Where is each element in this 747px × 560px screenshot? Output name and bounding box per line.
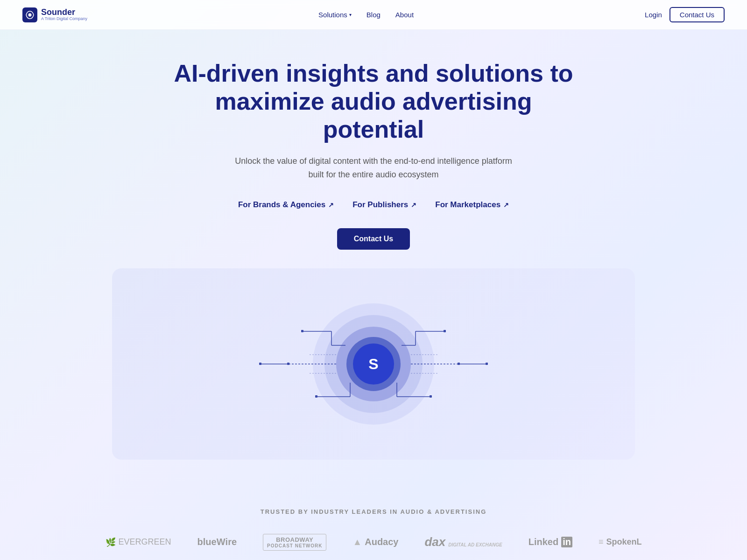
hero-links: For Brands & Agencies ↗ For Publishers ↗… [22,200,725,210]
brands-agencies-link[interactable]: For Brands & Agencies ↗ [238,200,334,210]
arrow-icon: ↗ [411,201,416,209]
logo-name: Sounder [41,8,87,17]
marketplaces-link[interactable]: For Marketplaces ↗ [435,200,509,210]
svg-point-1 [29,14,31,16]
nav-about[interactable]: About [395,11,414,19]
solutions-link[interactable]: Solutions [318,11,347,19]
chevron-down-icon: ▾ [349,12,352,17]
hero-subtitle: Unlock the value of digital content with… [233,154,514,182]
svg-rect-11 [301,330,303,332]
evergreen-logo: 🌿 EVERGREEN [106,537,171,547]
nav-right: Login Contact Us [645,7,725,22]
about-link[interactable]: About [395,11,414,19]
platform-diagram: S [215,296,532,432]
login-button[interactable]: Login [645,11,662,19]
dax-logo: dax DIGITAL AD EXCHANGE [424,535,502,549]
contact-hero-button[interactable]: Contact Us [337,228,410,250]
hero-section: AI-driven insights and solutions to maxi… [0,30,747,268]
trusted-label: TRUSTED BY INDUSTRY LEADERS IN AUDIO & A… [22,508,725,515]
nav-solutions[interactable]: Solutions ▾ [318,11,352,19]
svg-text:S: S [368,356,378,372]
navbar: Sounder A Triton Digital Company Solutio… [0,0,747,30]
spokenl-logo: ≡ SpokenL [599,537,642,547]
svg-rect-22 [444,330,446,332]
svg-rect-26 [486,363,488,365]
logo[interactable]: Sounder A Triton Digital Company [22,7,87,22]
nav-blog[interactable]: Blog [366,11,381,19]
svg-rect-18 [315,395,317,398]
arrow-icon: ↗ [328,201,334,209]
diagram-card: S [112,268,635,460]
nav-links: Solutions ▾ Blog About [318,11,414,19]
trusted-section: TRUSTED BY INDUSTRY LEADERS IN AUDIO & A… [0,490,747,560]
linkedin-logo: Linkedin [529,537,572,547]
svg-rect-24 [458,363,460,365]
svg-rect-29 [430,395,432,398]
trusted-logos: 🌿 EVERGREEN blueWire BROADWAYPODCAST NET… [22,534,725,551]
publishers-link[interactable]: For Publishers ↗ [352,200,416,210]
audacy-logo: ▲ Audacy [352,537,398,547]
hero-title: AI-driven insights and solutions to maxi… [163,60,584,143]
contact-nav-button[interactable]: Contact Us [669,7,725,22]
bluewire-logo: blueWire [197,537,237,547]
blog-link[interactable]: Blog [366,11,381,19]
broadway-logo: BROADWAYPODCAST NETWORK [263,534,326,551]
svg-rect-15 [259,363,261,365]
logo-sub: A Triton Digital Company [41,17,87,21]
arrow-icon: ↗ [503,201,509,209]
svg-rect-13 [287,363,289,365]
